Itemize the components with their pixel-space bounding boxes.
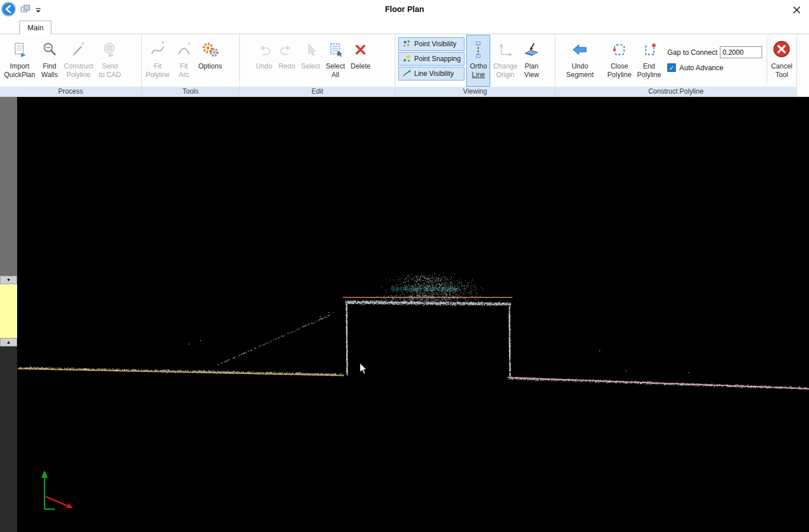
import-quickplan-button[interactable]: Import QuickPlan [1,35,38,87]
select-all-button[interactable]: Select All [323,35,347,87]
import-quickplan-icon [11,37,28,62]
group-label-construct-polyline: Construct Polyline [555,87,796,96]
button-label: Segment [566,71,594,79]
delete-icon [352,37,369,62]
point-cloud-viewport[interactable]: ▼ ▲ [0,97,809,532]
line-visibility-icon [402,68,411,79]
button-label: Plan [524,62,538,71]
find-walls-icon [41,37,58,62]
close-icon [793,6,800,14]
close-polyline-button[interactable]: Close Polyline [604,35,634,87]
svg-text:*: * [188,41,191,49]
undo-segment-button[interactable]: Undo Segment [563,35,596,87]
button-label: Line [472,71,485,79]
button-label: to CAD [99,71,121,79]
fit-polyline-icon: * [149,37,166,62]
button-label: QuickPlan [4,71,35,79]
undo-button[interactable]: Undo [253,35,275,87]
svg-text:*: * [82,41,85,49]
button-label: Delete [351,62,371,71]
slice-range-indicator[interactable] [0,284,17,338]
group-edit: Undo Redo Select Select All Delete [240,34,395,96]
end-polyline-icon [640,37,658,62]
group-label-viewing: Viewing [395,87,555,96]
button-label: Undo [572,62,588,71]
end-polyline-button[interactable]: End Polyline [634,35,664,87]
line-visibility-toggle[interactable]: Line Visibility [398,67,464,80]
button-label: Change [493,62,517,71]
tab-main[interactable]: Main [19,21,51,35]
send-to-cad-icon [101,37,118,62]
change-origin-icon [496,37,514,62]
close-button[interactable] [790,3,803,17]
delete-button[interactable]: Delete [348,35,374,87]
scrollbar-track-bottom[interactable] [0,346,17,532]
button-label: Close [611,62,628,71]
group-tools: * Fit Polyline * Fit Arc Options Tools [142,34,240,96]
redo-button[interactable]: Redo [275,35,298,87]
group-viewing: Point Visibility Point Snapping Line Vis… [395,34,555,96]
ortho-line-button[interactable]: Ortho Line [466,35,490,87]
group-construct-polyline: Undo Segment Close Polyline End Polyline… [555,34,797,96]
cancel-tool-icon [772,37,791,62]
button-label: Select [301,62,320,71]
line-visibility-label: Line Visibility [414,70,454,78]
select-all-icon [327,37,344,62]
group-process: Import QuickPlan Find Walls * Construct … [0,34,142,96]
button-label: View [524,71,539,79]
triangle-up-icon: ▲ [6,340,11,345]
button-label: Arc [179,71,189,79]
close-polyline-icon [611,37,628,62]
scroll-down-button[interactable]: ▼ [0,276,17,284]
select-button[interactable]: Select [298,35,323,87]
ortho-line-icon [469,37,487,62]
gap-to-connect-label: Gap to Connect [667,49,718,57]
group-label-process: Process [0,87,141,96]
point-snapping-label: Point Snapping [414,55,460,63]
redo-icon [278,37,295,62]
button-label: Find [43,62,56,71]
options-button[interactable]: Options [195,35,225,87]
button-label: Undo [256,62,273,71]
cancel-tool-button[interactable]: Cancel Tool [768,35,795,87]
scrollbar-track-top[interactable] [0,97,17,276]
plan-view-button[interactable]: Plan View [520,35,543,87]
point-snapping-toggle[interactable]: Point Snapping [398,52,464,66]
group-separator [767,37,767,84]
button-label: End [643,62,655,71]
change-origin-button[interactable]: Change Origin [490,35,520,87]
plan-view-icon [523,37,540,62]
viewing-toggle-column: Point Visibility Point Snapping Line Vis… [397,35,466,87]
point-cloud-canvas[interactable] [17,97,809,532]
button-label: Polyline [66,71,90,79]
find-walls-button[interactable]: Find Walls [38,35,61,87]
button-label: Polyline [146,71,170,79]
button-label: Construct [64,62,93,71]
point-visibility-label: Point Visibility [414,40,456,48]
button-label: Polyline [607,71,631,79]
send-to-cad-button[interactable]: Send to CAD [96,35,124,87]
svg-text:*: * [162,41,165,48]
auto-advance-checkbox[interactable]: ✓ [667,63,676,72]
ribbon: Import QuickPlan Find Walls * Construct … [0,34,809,97]
options-icon [201,37,219,62]
scroll-up-button[interactable]: ▲ [0,338,17,346]
button-label: Polyline [637,71,661,79]
viewport-hint-text: Set Floor Elevation [391,285,457,292]
button-label: Tool [775,71,788,79]
fit-polyline-button[interactable]: * Fit Polyline [143,35,173,87]
button-label: Select [326,62,345,71]
button-label: Options [198,62,222,71]
button-label: Origin [496,71,514,79]
axis-orientation-indicator [33,468,81,514]
button-label: Fit [180,62,187,71]
button-label: Fit [154,62,161,71]
undo-icon [255,37,273,62]
gap-to-connect-input[interactable] [720,46,762,58]
point-visibility-toggle[interactable]: Point Visibility [398,37,464,51]
mouse-cursor [359,362,369,375]
button-label: Import [10,62,29,71]
fit-arc-button[interactable]: * Fit Arc [173,35,195,87]
button-label: Send [102,62,118,71]
construct-polyline-button[interactable]: * Construct Polyline [61,35,96,87]
